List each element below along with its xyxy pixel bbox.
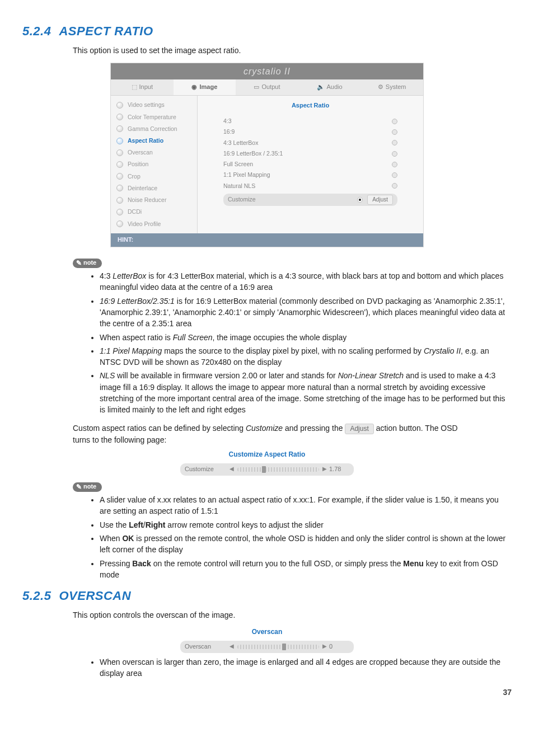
bullet-icon [116, 173, 123, 180]
input-icon: ⬚ [132, 83, 137, 90]
sidebar-item-noise-reducer[interactable]: Noise Reducer [111, 194, 197, 206]
option-16-9-letterbox[interactable]: 16:9 LetterBox / 2.35:1 [223, 148, 397, 159]
note-item: When OK is pressed on the remote control… [100, 533, 512, 556]
option-customize[interactable]: Customize Adjust [223, 194, 397, 206]
option-4-3[interactable]: 4:3 [223, 116, 397, 126]
pencil-icon: ✎ [76, 259, 82, 268]
overscan-intro: This option controls the overscan of the… [73, 609, 512, 621]
notes-list-1: 4:3 LetterBox is for 4:3 LetterBox mater… [90, 270, 512, 416]
option-full-screen[interactable]: Full Screen [223, 159, 397, 170]
radio-icon [392, 119, 397, 124]
sidebar-item-position[interactable]: Position [111, 158, 197, 170]
slider-track[interactable] [237, 645, 319, 649]
arrow-right-icon: ▶ [322, 642, 327, 651]
bullet-icon [116, 125, 123, 132]
customize-slider[interactable]: Customize ◀ ▶ 1.78 [180, 463, 354, 476]
notes-list-2: A slider value of x.xx relates to an act… [90, 494, 512, 580]
arrow-right-icon: ▶ [322, 465, 327, 473]
hint-bar: HINT: [111, 233, 423, 247]
adjust-button[interactable]: Adjust [367, 195, 393, 205]
osd-panel: Aspect Ratio 4:3 16:9 4:3 LetterBox 16:9… [198, 96, 423, 233]
note-item: 4:3 LetterBox is for 4:3 LetterBox mater… [100, 270, 512, 293]
page-number: 37 [22, 687, 512, 698]
sidebar-item-deinterlace[interactable]: Deinterlace [111, 182, 197, 194]
tab-system[interactable]: ⚙System [360, 79, 423, 95]
osd-logo: crystalio II [111, 63, 423, 79]
note-item: Pressing Back on the remote control will… [100, 558, 512, 581]
sidebar-item-gamma-correction[interactable]: Gamma Correction [111, 123, 197, 135]
sidebar-item-video-profile[interactable]: Video Profile [111, 218, 197, 230]
gear-icon: ⚙ [378, 83, 383, 90]
bullet-icon [116, 209, 123, 215]
note-item: Use the Left/Right arrow remote control … [100, 519, 512, 530]
tab-output[interactable]: ▭Output [236, 79, 298, 95]
sidebar-item-aspect-ratio[interactable]: Aspect Ratio [111, 135, 197, 147]
note-item: When aspect ratio is Full Screen, the im… [100, 332, 512, 343]
slider-label: Customize [185, 465, 229, 474]
osd-sidebar: Video settings Color Temperature Gamma C… [111, 96, 198, 233]
section-title: OVERSCAN [59, 589, 131, 603]
slider-value: 1.78 [329, 465, 349, 474]
section-title: ASPECT RATIO [59, 24, 153, 38]
bullet-icon [116, 220, 123, 227]
note-item: NLS will be available in firmware versio… [100, 370, 512, 415]
output-icon: ▭ [254, 83, 259, 90]
sidebar-item-video-settings[interactable]: Video settings [111, 99, 197, 111]
option-4-3-letterbox[interactable]: 4:3 LetterBox [223, 138, 397, 148]
note-item: A slider value of x.xx relates to an act… [100, 494, 512, 517]
radio-icon [392, 162, 397, 167]
arrow-left-icon: ◀ [229, 465, 234, 473]
radio-icon-selected [357, 197, 363, 203]
note-item: When overscan is larger than zero, the i… [100, 656, 512, 679]
osd-screenshot: crystalio II ⬚Input ◉Image ▭Output 🔈Audi… [110, 63, 424, 247]
speaker-icon: 🔈 [317, 83, 325, 90]
sidebar-item-overscan[interactable]: Overscan [111, 147, 197, 158]
note-item: 1:1 Pixel Mapping maps the source to the… [100, 345, 512, 368]
bullet-icon [116, 138, 123, 144]
bullet-icon [116, 185, 123, 191]
note-item: 16:9 LetterBox/2.35:1 is for 16:9 Letter… [100, 295, 512, 330]
bullet-icon [116, 114, 123, 120]
radio-icon [392, 183, 397, 189]
section-number: 5.2.4 [22, 24, 51, 38]
customize-mini-screenshot: Customize Aspect Ratio Customize ◀ ▶ 1.7… [166, 450, 368, 475]
mini-title: Overscan [166, 627, 368, 637]
section-number: 5.2.5 [22, 589, 51, 603]
aspect-intro: This option is used to set the image asp… [73, 45, 512, 56]
radio-icon [392, 129, 397, 135]
section-heading-overscan: 5.2.5OVERSCAN [22, 587, 512, 605]
sidebar-item-dcdi[interactable]: DCDi [111, 206, 197, 218]
radio-icon [392, 172, 397, 178]
arrow-left-icon: ◀ [229, 642, 234, 651]
adjust-inline-button: Adjust [345, 424, 373, 434]
tab-audio[interactable]: 🔈Audio [298, 79, 361, 95]
overscan-slider[interactable]: Overscan ◀ ▶ 0 [180, 641, 354, 653]
bullet-icon [116, 161, 123, 168]
pencil-icon: ✎ [76, 482, 82, 492]
tab-bar: ⬚Input ◉Image ▭Output 🔈Audio ⚙System [111, 79, 423, 96]
bullet-icon [116, 197, 123, 204]
option-pixel-mapping[interactable]: 1:1 Pixel Mapping [223, 170, 397, 180]
option-natural-nls[interactable]: Natural NLS [223, 181, 397, 191]
eye-icon: ◉ [191, 83, 197, 90]
mini-title: Customize Aspect Ratio [166, 450, 368, 459]
bullet-icon [116, 102, 123, 109]
notes-list-3: When overscan is larger than zero, the i… [90, 656, 512, 679]
sidebar-item-crop[interactable]: Crop [111, 171, 197, 182]
tab-image[interactable]: ◉Image [174, 79, 236, 95]
slider-value: 0 [329, 642, 349, 651]
bullet-icon [116, 149, 123, 156]
slider-label: Overscan [185, 642, 229, 651]
tab-input[interactable]: ⬚Input [111, 79, 174, 95]
overscan-mini-screenshot: Overscan Overscan ◀ ▶ 0 [166, 627, 368, 652]
custom-paragraph: Custom aspect ratios can be defined by s… [73, 422, 461, 446]
slider-thumb[interactable] [282, 644, 286, 650]
option-16-9[interactable]: 16:9 [223, 126, 397, 137]
sidebar-item-color-temperature[interactable]: Color Temperature [111, 111, 197, 123]
note-badge: ✎note [73, 482, 102, 492]
slider-track[interactable] [237, 467, 319, 472]
slider-thumb[interactable] [262, 466, 266, 473]
panel-title: Aspect Ratio [208, 101, 413, 110]
note-badge: ✎note [73, 259, 102, 268]
radio-icon [392, 151, 397, 157]
